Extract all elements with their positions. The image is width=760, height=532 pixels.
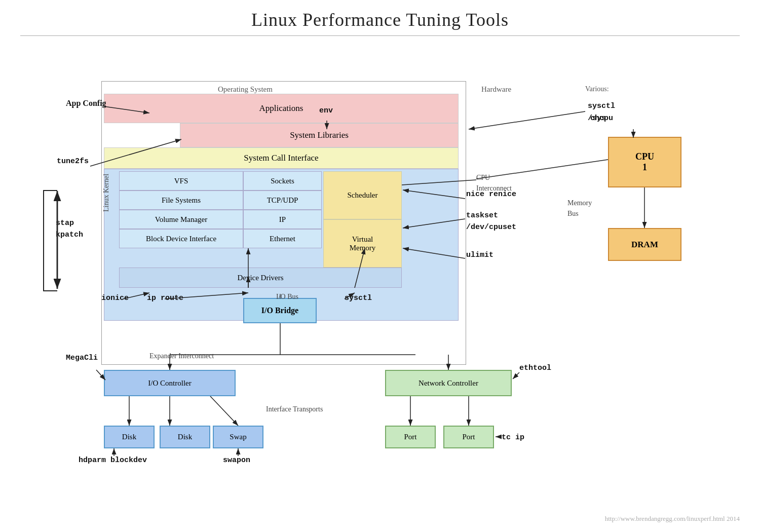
layer-ethernet: Ethernet xyxy=(243,229,322,248)
swapon-label: swapon xyxy=(223,456,250,465)
disk2-box: Disk xyxy=(160,426,210,448)
port2-box: Port xyxy=(443,426,494,448)
title-divider xyxy=(20,35,740,36)
layer-volmgr: Volume Manager xyxy=(119,210,243,229)
layer-filesystems: File Systems xyxy=(119,191,243,210)
app-config-label: App Config xyxy=(66,99,106,108)
expander-label: Expander Interconnect xyxy=(149,352,214,360)
tune2fs-label: tune2fs xyxy=(57,157,89,166)
cpu-interconnect-label: CPUInterconnect xyxy=(476,172,512,194)
ip-route-label: ip route xyxy=(147,294,183,302)
kernel-label: Linux Kernel xyxy=(102,174,110,212)
swap-box: Swap xyxy=(213,426,263,448)
ulimit-label: ulimit xyxy=(466,251,493,259)
hardware-section-label: Hardware xyxy=(481,85,511,94)
layer-applications: Applications xyxy=(104,94,459,123)
layer-scheduler: Scheduler xyxy=(323,171,402,219)
chcpu-label: chcpu xyxy=(590,114,613,123)
megacli-label: MegaCli xyxy=(66,354,98,362)
sysctl-label: sysctl xyxy=(345,294,372,302)
io-bridge-box: I/O Bridge xyxy=(243,298,317,323)
layer-vmem: VirtualMemory xyxy=(323,219,402,268)
various-label: Various: xyxy=(585,85,609,93)
disk1-box: Disk xyxy=(104,426,155,448)
footer-url: http://www.brendangregg.com/linuxperf.ht… xyxy=(605,515,740,523)
interface-transports-label: Interface Transports xyxy=(266,405,323,413)
io-controller-box: I/O Controller xyxy=(104,370,236,396)
svg-line-28 xyxy=(513,372,519,379)
hdparm-label: hdparm blockdev xyxy=(79,456,147,465)
layer-syslibs: System Libraries xyxy=(180,123,459,147)
stap-bracket xyxy=(43,190,57,291)
memory-bus-label: MemoryBus xyxy=(567,198,592,219)
ionice-label: ionice xyxy=(101,294,129,302)
layer-blockdev: Block Device Interface xyxy=(119,229,243,248)
dram-box: DRAM xyxy=(608,228,681,261)
io-bus-label: I/O Bus xyxy=(276,293,298,301)
svg-line-8 xyxy=(469,111,585,129)
env-label: env xyxy=(319,106,333,115)
layer-ip: IP xyxy=(243,210,322,229)
layer-vfs: VFS xyxy=(119,171,243,191)
layer-syscall: System Call Interface xyxy=(104,147,459,169)
net-controller-box: Network Controller xyxy=(385,370,512,396)
svg-line-25 xyxy=(210,396,238,426)
layer-tcpudp: TCP/UDP xyxy=(243,191,322,210)
port1-box: Port xyxy=(385,426,436,448)
ethtool-label: ethtool xyxy=(519,364,551,372)
layer-sockets: Sockets xyxy=(243,171,322,191)
page-title: Linux Performance Tuning Tools xyxy=(0,0,760,35)
tc-ip-label: tc ip xyxy=(502,433,524,442)
cpu-box: CPU1 xyxy=(608,137,681,187)
diagram-area: Operating System Hardware Various: Appli… xyxy=(0,41,760,532)
layer-drivers: Device Drivers xyxy=(119,268,402,288)
taskset-label: taskset/dev/cpuset xyxy=(466,210,516,233)
stap-kpatch-label: stapkpatch xyxy=(56,218,83,241)
